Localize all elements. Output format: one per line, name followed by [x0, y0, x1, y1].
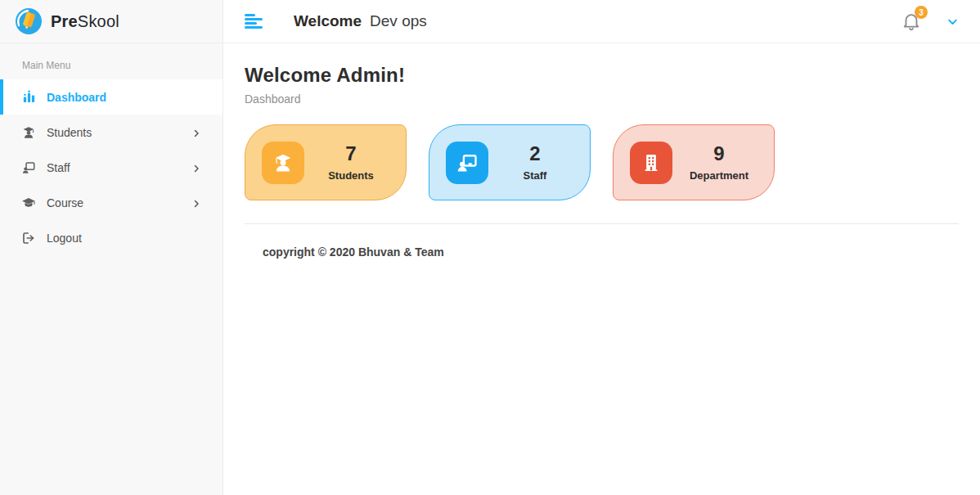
notification-count-badge: 3 — [915, 6, 928, 19]
stat-card-text: 7 Students — [304, 143, 398, 182]
sidebar-item-label: Staff — [47, 161, 191, 174]
sidebar-item-staff[interactable]: Staff — [0, 150, 223, 185]
sidebar-item-label: Course — [47, 196, 191, 209]
chevron-right-icon — [191, 163, 201, 173]
stat-card-staff[interactable]: 2 Staff — [429, 124, 591, 200]
stat-label: Staff — [524, 169, 547, 182]
stat-card-students[interactable]: 7 Students — [245, 124, 407, 200]
copyright-text: copyright © 2020 Bhuvan & Team — [245, 224, 959, 259]
stat-value: 2 — [529, 143, 540, 164]
student-icon — [21, 125, 36, 140]
sidebar-item-label: Dashboard — [47, 91, 201, 104]
stat-label: Department — [690, 169, 748, 182]
sidebar-item-course[interactable]: Course — [0, 185, 223, 220]
course-icon — [21, 196, 36, 210]
logo[interactable]: PreSkool — [0, 0, 223, 43]
logout-icon — [21, 231, 36, 245]
sidebar: PreSkool Main Menu Dashboard — [0, 0, 223, 495]
stat-cards-row: 7 Students 2 St — [245, 124, 959, 200]
sidebar-item-logout[interactable]: Logout — [0, 220, 223, 255]
menu-section-label: Main Menu — [0, 43, 223, 79]
topbar: Welcome Dev ops 3 — [223, 0, 980, 43]
stat-card-text: 9 Department — [672, 143, 766, 182]
sidebar-nav: Dashboard Students — [0, 79, 223, 255]
preskool-logo-icon — [15, 7, 43, 35]
stat-card-text: 2 Staff — [488, 143, 582, 182]
stat-label: Students — [328, 169, 374, 182]
breadcrumb: Dashboard — [245, 92, 959, 106]
dashboard-content: Welcome Admin! Dashboard 7 Studen — [223, 43, 980, 259]
stat-value: 7 — [345, 143, 356, 164]
staff-icon — [446, 142, 488, 184]
logo-text: PreSkool — [51, 12, 119, 31]
stat-value: 9 — [713, 143, 724, 164]
main-area: Welcome Dev ops 3 Welcome Admin! Dashboa… — [223, 0, 980, 495]
hamburger-icon[interactable] — [245, 14, 263, 29]
sidebar-item-students[interactable]: Students — [0, 115, 223, 150]
notifications-button[interactable]: 3 — [901, 11, 922, 32]
app-window: PreSkool Main Menu Dashboard — [0, 0, 980, 495]
sidebar-item-dashboard[interactable]: Dashboard — [0, 79, 223, 115]
sidebar-item-label: Logout — [47, 232, 201, 245]
dashboard-icon — [21, 90, 36, 105]
page-title: Welcome Admin! — [245, 64, 959, 87]
user-menu-toggle[interactable] — [946, 16, 959, 28]
stat-card-department[interactable]: 9 Department — [613, 124, 775, 200]
logo-text-bold: Pre — [51, 12, 78, 30]
chevron-right-icon — [191, 128, 201, 137]
logo-text-light: Skool — [78, 12, 119, 30]
topbar-username: Dev ops — [370, 12, 427, 30]
student-icon — [262, 142, 304, 184]
chevron-down-icon — [946, 16, 959, 28]
sidebar-item-label: Students — [47, 126, 191, 139]
topbar-welcome-label: Welcome — [294, 12, 362, 30]
chevron-right-icon — [191, 198, 201, 208]
department-icon — [630, 142, 672, 184]
staff-icon — [21, 160, 36, 175]
